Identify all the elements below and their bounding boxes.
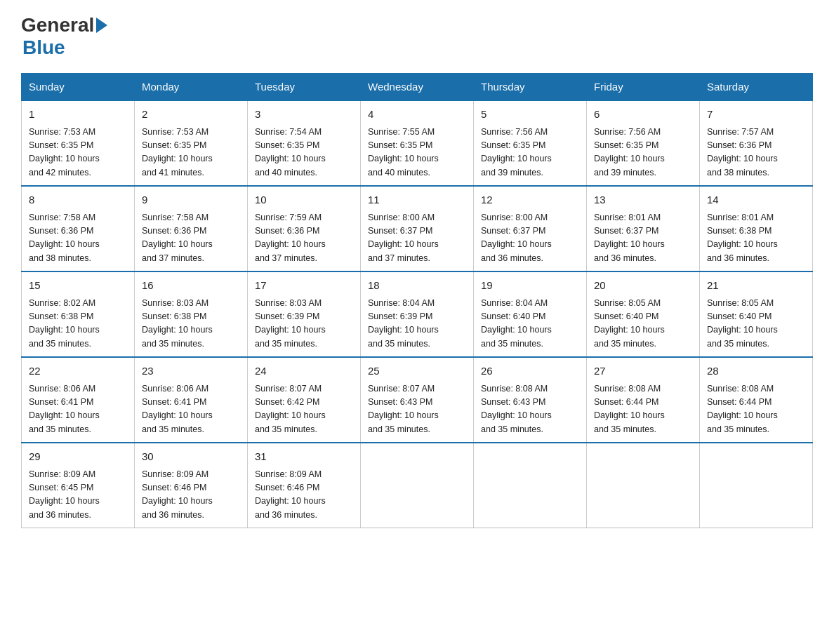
logo: General Blue (21, 14, 110, 59)
calendar-cell: 10Sunrise: 7:59 AMSunset: 6:36 PMDayligh… (248, 186, 361, 271)
day-number: 26 (481, 363, 579, 380)
day-info: Sunrise: 7:55 AMSunset: 6:35 PMDaylight:… (368, 126, 466, 180)
day-number: 3 (255, 107, 353, 123)
calendar-cell: 30Sunrise: 8:09 AMSunset: 6:46 PMDayligh… (135, 443, 248, 528)
calendar-cell: 24Sunrise: 8:07 AMSunset: 6:42 PMDayligh… (248, 357, 361, 443)
header-sunday: Sunday (22, 74, 135, 101)
calendar-cell: 9Sunrise: 7:58 AMSunset: 6:36 PMDaylight… (135, 186, 248, 271)
day-info: Sunrise: 8:07 AMSunset: 6:42 PMDaylight:… (255, 382, 353, 437)
calendar-cell: 7Sunrise: 7:57 AMSunset: 6:36 PMDaylight… (700, 100, 813, 186)
day-info: Sunrise: 7:53 AMSunset: 6:35 PMDaylight:… (29, 126, 127, 180)
header-thursday: Thursday (474, 74, 587, 101)
day-info: Sunrise: 8:06 AMSunset: 6:41 PMDaylight:… (29, 382, 127, 437)
day-info: Sunrise: 8:02 AMSunset: 6:38 PMDaylight:… (29, 297, 127, 351)
calendar-cell: 25Sunrise: 8:07 AMSunset: 6:43 PMDayligh… (361, 357, 474, 443)
calendar-cell: 26Sunrise: 8:08 AMSunset: 6:43 PMDayligh… (474, 357, 587, 443)
calendar-cell: 20Sunrise: 8:05 AMSunset: 6:40 PMDayligh… (587, 271, 700, 357)
day-number: 11 (368, 192, 466, 208)
header-monday: Monday (135, 74, 248, 101)
calendar-cell: 17Sunrise: 8:03 AMSunset: 6:39 PMDayligh… (248, 271, 361, 357)
day-number: 1 (29, 107, 127, 123)
day-number: 25 (368, 363, 466, 380)
calendar-cell: 1Sunrise: 7:53 AMSunset: 6:35 PMDaylight… (22, 100, 135, 186)
week-row-2: 8Sunrise: 7:58 AMSunset: 6:36 PMDaylight… (22, 186, 813, 271)
calendar-cell: 16Sunrise: 8:03 AMSunset: 6:38 PMDayligh… (135, 271, 248, 357)
day-info: Sunrise: 8:08 AMSunset: 6:43 PMDaylight:… (481, 382, 579, 437)
day-info: Sunrise: 8:06 AMSunset: 6:41 PMDaylight:… (142, 382, 240, 437)
day-info: Sunrise: 7:56 AMSunset: 6:35 PMDaylight:… (594, 126, 692, 180)
day-info: Sunrise: 7:54 AMSunset: 6:35 PMDaylight:… (255, 126, 353, 180)
day-info: Sunrise: 8:04 AMSunset: 6:39 PMDaylight:… (368, 297, 466, 351)
day-info: Sunrise: 8:04 AMSunset: 6:40 PMDaylight:… (481, 297, 579, 351)
day-info: Sunrise: 8:05 AMSunset: 6:40 PMDaylight:… (594, 297, 692, 351)
day-info: Sunrise: 8:09 AMSunset: 6:46 PMDaylight:… (255, 468, 353, 523)
week-row-3: 15Sunrise: 8:02 AMSunset: 6:38 PMDayligh… (22, 271, 813, 357)
day-number: 24 (255, 363, 353, 380)
day-info: Sunrise: 7:58 AMSunset: 6:36 PMDaylight:… (142, 211, 240, 266)
day-number: 31 (255, 449, 353, 465)
day-info: Sunrise: 8:01 AMSunset: 6:38 PMDaylight:… (707, 211, 805, 266)
day-number: 20 (594, 278, 692, 294)
calendar-header-row: SundayMondayTuesdayWednesdayThursdayFrid… (22, 74, 813, 101)
day-number: 6 (594, 107, 692, 123)
day-number: 14 (707, 192, 805, 208)
day-info: Sunrise: 7:59 AMSunset: 6:36 PMDaylight:… (255, 211, 353, 266)
day-number: 27 (594, 363, 692, 380)
day-info: Sunrise: 8:09 AMSunset: 6:45 PMDaylight:… (29, 468, 127, 523)
logo-general-part: General (21, 14, 94, 36)
calendar-cell: 29Sunrise: 8:09 AMSunset: 6:45 PMDayligh… (22, 443, 135, 528)
calendar-cell: 6Sunrise: 7:56 AMSunset: 6:35 PMDaylight… (587, 100, 700, 186)
day-info: Sunrise: 8:01 AMSunset: 6:37 PMDaylight:… (594, 211, 692, 266)
calendar-cell: 22Sunrise: 8:06 AMSunset: 6:41 PMDayligh… (22, 357, 135, 443)
calendar-cell: 4Sunrise: 7:55 AMSunset: 6:35 PMDaylight… (361, 100, 474, 186)
calendar-cell: 2Sunrise: 7:53 AMSunset: 6:35 PMDaylight… (135, 100, 248, 186)
day-number: 21 (707, 278, 805, 294)
calendar-cell (474, 443, 587, 528)
day-number: 28 (707, 363, 805, 380)
day-number: 29 (29, 449, 127, 465)
day-number: 7 (707, 107, 805, 123)
calendar-cell: 12Sunrise: 8:00 AMSunset: 6:37 PMDayligh… (474, 186, 587, 271)
day-info: Sunrise: 8:05 AMSunset: 6:40 PMDaylight:… (707, 297, 805, 351)
day-number: 30 (142, 449, 240, 465)
day-info: Sunrise: 7:53 AMSunset: 6:35 PMDaylight:… (142, 126, 240, 180)
calendar-cell: 31Sunrise: 8:09 AMSunset: 6:46 PMDayligh… (248, 443, 361, 528)
calendar-cell: 11Sunrise: 8:00 AMSunset: 6:37 PMDayligh… (361, 186, 474, 271)
calendar-cell: 19Sunrise: 8:04 AMSunset: 6:40 PMDayligh… (474, 271, 587, 357)
calendar-cell: 23Sunrise: 8:06 AMSunset: 6:41 PMDayligh… (135, 357, 248, 443)
day-number: 5 (481, 107, 579, 123)
header-saturday: Saturday (700, 74, 813, 101)
day-number: 4 (368, 107, 466, 123)
calendar-cell (700, 443, 813, 528)
calendar-cell (361, 443, 474, 528)
calendar-cell: 28Sunrise: 8:08 AMSunset: 6:44 PMDayligh… (700, 357, 813, 443)
calendar-cell: 5Sunrise: 7:56 AMSunset: 6:35 PMDaylight… (474, 100, 587, 186)
calendar-cell: 8Sunrise: 7:58 AMSunset: 6:36 PMDaylight… (22, 186, 135, 271)
day-info: Sunrise: 8:08 AMSunset: 6:44 PMDaylight:… (707, 382, 805, 437)
week-row-4: 22Sunrise: 8:06 AMSunset: 6:41 PMDayligh… (22, 357, 813, 443)
day-number: 23 (142, 363, 240, 380)
day-info: Sunrise: 8:03 AMSunset: 6:38 PMDaylight:… (142, 297, 240, 351)
day-info: Sunrise: 7:56 AMSunset: 6:35 PMDaylight:… (481, 126, 579, 180)
header-friday: Friday (587, 74, 700, 101)
day-info: Sunrise: 8:07 AMSunset: 6:43 PMDaylight:… (368, 382, 466, 437)
day-number: 15 (29, 278, 127, 294)
calendar-cell: 21Sunrise: 8:05 AMSunset: 6:40 PMDayligh… (700, 271, 813, 357)
page-header: General Blue (21, 14, 813, 59)
day-number: 16 (142, 278, 240, 294)
day-info: Sunrise: 8:00 AMSunset: 6:37 PMDaylight:… (481, 211, 579, 266)
week-row-5: 29Sunrise: 8:09 AMSunset: 6:45 PMDayligh… (22, 443, 813, 528)
calendar-cell: 27Sunrise: 8:08 AMSunset: 6:44 PMDayligh… (587, 357, 700, 443)
header-tuesday: Tuesday (248, 74, 361, 101)
day-number: 12 (481, 192, 579, 208)
day-number: 2 (142, 107, 240, 123)
day-number: 18 (368, 278, 466, 294)
day-number: 22 (29, 363, 127, 380)
day-number: 17 (255, 278, 353, 294)
calendar-cell: 15Sunrise: 8:02 AMSunset: 6:38 PMDayligh… (22, 271, 135, 357)
calendar-cell: 13Sunrise: 8:01 AMSunset: 6:37 PMDayligh… (587, 186, 700, 271)
logo-container: General (21, 14, 110, 36)
day-info: Sunrise: 8:08 AMSunset: 6:44 PMDaylight:… (594, 382, 692, 437)
header-wednesday: Wednesday (361, 74, 474, 101)
calendar-cell: 18Sunrise: 8:04 AMSunset: 6:39 PMDayligh… (361, 271, 474, 357)
